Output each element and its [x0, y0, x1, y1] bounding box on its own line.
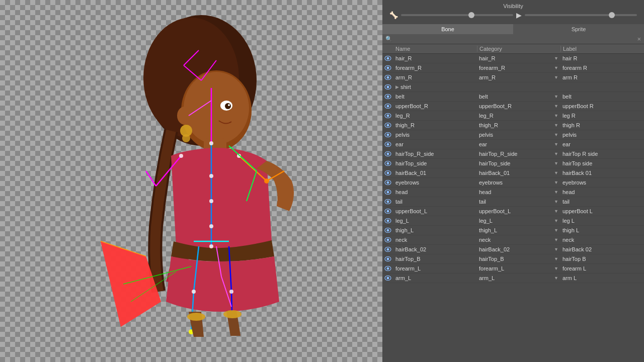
svg-point-63	[387, 134, 389, 136]
clear-search-button[interactable]: ×	[637, 35, 641, 43]
table-row[interactable]: forearm_Rforearm_R▼forearm R	[382, 63, 644, 73]
visibility-toggle[interactable]	[382, 237, 393, 242]
col-category: Category	[477, 46, 560, 52]
category-dropdown[interactable]: ▼	[554, 75, 558, 80]
bone-slider-track[interactable]	[401, 14, 513, 16]
bone-slider-thumb[interactable]	[468, 12, 474, 18]
table-row[interactable]: tailtail▼tail	[382, 197, 644, 207]
sprite-slider-thumb[interactable]	[609, 12, 615, 18]
visibility-toggle[interactable]	[382, 65, 393, 70]
category-dropdown[interactable]: ▼	[554, 94, 558, 99]
table-row[interactable]: earear▼ear	[382, 140, 644, 149]
visibility-toggle[interactable]	[382, 104, 393, 109]
table-row[interactable]: arm_Larm_L▼arm L	[382, 274, 644, 283]
bone-label: hairTop side	[560, 159, 644, 167]
bone-category: thigh_R▼	[477, 121, 560, 129]
table-row[interactable]: upperBoot_RupperBoot_R▼upperBoot R	[382, 102, 644, 111]
visibility-toggle[interactable]	[382, 180, 393, 185]
visibility-toggle[interactable]	[382, 170, 393, 175]
table-row[interactable]: eyebrowseyebrows▼eyebrows	[382, 178, 644, 188]
table-row[interactable]: forearm_Lforearm_L▼forearm L	[382, 264, 644, 274]
table-header: Name Category Label	[382, 44, 644, 54]
table-row[interactable]: thigh_Rthigh_R▼thigh R	[382, 121, 644, 130]
visibility-toggle[interactable]	[382, 161, 393, 166]
visibility-toggle[interactable]	[382, 94, 393, 99]
visibility-toggle[interactable]	[382, 199, 393, 204]
sprite-tab[interactable]: Sprite	[513, 24, 644, 34]
category-dropdown[interactable]: ▼	[554, 123, 558, 128]
visibility-toggle[interactable]	[382, 75, 393, 80]
svg-point-30	[209, 199, 213, 203]
visibility-toggle[interactable]	[382, 266, 393, 271]
character-viewport[interactable]	[0, 0, 382, 362]
table-row[interactable]: ▶shirt	[382, 82, 644, 92]
visibility-toggle[interactable]	[382, 113, 393, 118]
category-dropdown[interactable]: ▼	[554, 218, 558, 223]
table-row[interactable]: thigh_Lthigh_L▼thigh L	[382, 226, 644, 235]
visibility-toggle[interactable]	[382, 56, 393, 61]
table-row[interactable]: leg_Lleg_L▼leg L	[382, 216, 644, 226]
visibility-toggle[interactable]	[382, 256, 393, 261]
visibility-toggle[interactable]	[382, 276, 393, 281]
category-dropdown[interactable]: ▼	[554, 237, 558, 242]
visibility-toggle[interactable]	[382, 190, 393, 195]
category-dropdown[interactable]: ▼	[554, 247, 558, 252]
bone-slider-icon: 🦴	[389, 11, 398, 19]
table-row[interactable]: leg_Rleg_R▼leg R	[382, 111, 644, 121]
visibility-section: Visibility 🦴 ▶	[382, 0, 644, 21]
category-dropdown[interactable]: ▼	[554, 104, 558, 109]
table-row[interactable]: arm_Rarm_R▼arm R	[382, 73, 644, 82]
visibility-toggle[interactable]	[382, 151, 393, 156]
category-dropdown[interactable]: ▼	[554, 170, 558, 175]
table-row[interactable]: hairBack_01hairBack_01▼hairBack 01	[382, 168, 644, 178]
category-dropdown[interactable]: ▼	[554, 161, 558, 166]
search-input[interactable]	[394, 36, 637, 42]
category-dropdown[interactable]: ▼	[554, 228, 558, 233]
visibility-toggle[interactable]	[382, 209, 393, 214]
table-row[interactable]: pelvispelvis▼pelvis	[382, 130, 644, 140]
expand-arrow[interactable]: ▶	[395, 84, 399, 89]
visibility-toggle[interactable]	[382, 142, 393, 147]
table-row[interactable]: beltbelt▼belt	[382, 92, 644, 102]
bones-table[interactable]: hair_Rhair_R▼hair Rforearm_Rforearm_R▼fo…	[382, 54, 644, 362]
category-dropdown[interactable]: ▼	[554, 209, 558, 214]
bone-category: hairTop_B▼	[477, 255, 560, 263]
table-row[interactable]: hairBack_02hairBack_02▼hairBack 02	[382, 245, 644, 254]
category-dropdown[interactable]: ▼	[554, 142, 558, 147]
category-dropdown[interactable]: ▼	[554, 65, 558, 70]
visibility-toggle[interactable]	[382, 123, 393, 128]
visibility-toggle[interactable]	[382, 84, 393, 89]
category-dropdown[interactable]: ▼	[554, 266, 558, 271]
bone-name: thigh_R	[393, 121, 477, 129]
category-dropdown[interactable]: ▼	[554, 190, 558, 195]
visibility-toggle[interactable]	[382, 247, 393, 252]
table-row[interactable]: headhead▼head	[382, 188, 644, 197]
svg-point-93	[387, 277, 389, 280]
bone-name: head	[393, 188, 477, 196]
category-dropdown[interactable]: ▼	[554, 113, 558, 118]
table-row[interactable]: neckneck▼neck	[382, 235, 644, 245]
search-bar: 🔍 ×	[382, 34, 644, 44]
category-dropdown[interactable]: ▼	[554, 180, 558, 185]
table-row[interactable]: upperBoot_LupperBoot_L▼upperBoot L	[382, 207, 644, 216]
table-row[interactable]: hairTop_R_sidehairTop_R_side▼hairTop R s…	[382, 149, 644, 159]
table-row[interactable]: hairTop_sidehairTop_side▼hairTop side	[382, 159, 644, 168]
visibility-toggle[interactable]	[382, 132, 393, 137]
bone-tab[interactable]: Bone	[382, 24, 513, 34]
visibility-toggle[interactable]	[382, 218, 393, 223]
category-dropdown[interactable]: ▼	[554, 199, 558, 204]
table-row[interactable]: hairTop_BhairTop_B▼hairTop B	[382, 254, 644, 264]
category-dropdown[interactable]: ▼	[554, 256, 558, 261]
category-dropdown[interactable]: ▼	[554, 151, 558, 156]
category-dropdown[interactable]: ▼	[554, 56, 558, 61]
category-dropdown[interactable]: ▼	[554, 276, 558, 281]
bone-label: forearm L	[560, 264, 644, 273]
table-row[interactable]: hair_Rhair_R▼hair R	[382, 54, 644, 63]
col-eye	[382, 46, 393, 52]
sprite-slider-track[interactable]	[525, 14, 637, 16]
category-dropdown[interactable]: ▼	[554, 132, 558, 137]
bone-label: tail	[560, 198, 644, 206]
visibility-toggle[interactable]	[382, 228, 393, 233]
bone-category: leg_L▼	[477, 217, 560, 225]
bone-category: pelvis▼	[477, 131, 560, 139]
